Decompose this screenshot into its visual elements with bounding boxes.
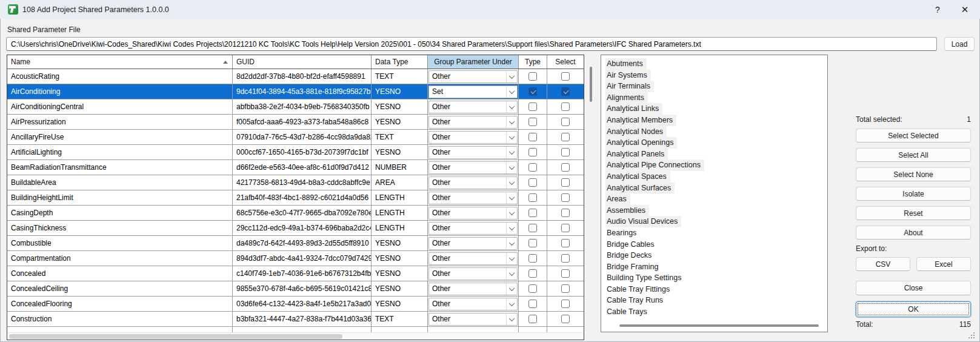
- select-selected-button[interactable]: Select Selected: [856, 129, 971, 142]
- group-dropdown[interactable]: Other: [428, 131, 518, 144]
- category-list-item[interactable]: Analytical Members: [607, 115, 827, 126]
- category-list-item[interactable]: Alignments: [607, 92, 827, 104]
- help-button[interactable]: ?: [928, 2, 947, 17]
- type-checkbox[interactable]: [528, 224, 537, 232]
- type-checkbox[interactable]: [528, 133, 537, 141]
- column-header-select[interactable]: Select: [547, 55, 584, 69]
- select-checkbox[interactable]: [561, 315, 570, 323]
- group-dropdown[interactable]: Other: [428, 101, 518, 113]
- category-list-item[interactable]: Areas: [607, 193, 827, 205]
- type-checkbox[interactable]: [528, 269, 537, 278]
- file-path-input[interactable]: [6, 37, 937, 51]
- table-row[interactable]: Concealedc140f749-1eb7-4036-91e6-b676731…: [7, 266, 584, 281]
- table-row[interactable]: CasingDepth68c5756e-e3c0-47f7-9665-dba70…: [7, 206, 584, 221]
- column-header-group-parameter-under[interactable]: Group Parameter Under: [428, 55, 519, 69]
- select-none-button[interactable]: Select None: [856, 167, 971, 181]
- group-dropdown[interactable]: Other: [428, 146, 518, 159]
- select-checkbox[interactable]: [561, 193, 570, 202]
- select-checkbox[interactable]: [561, 118, 570, 126]
- type-checkbox[interactable]: [528, 284, 537, 293]
- select-checkbox[interactable]: [561, 102, 570, 111]
- close-button[interactable]: Close: [856, 281, 971, 295]
- category-list-item[interactable]: Analytical Links: [607, 103, 827, 115]
- select-checkbox[interactable]: [561, 269, 570, 278]
- group-dropdown[interactable]: Other: [428, 237, 518, 250]
- category-list-horizontal-scrollbar-thumb[interactable]: [619, 324, 819, 327]
- type-checkbox[interactable]: [528, 102, 537, 111]
- category-list-item[interactable]: Assemblies: [607, 205, 827, 216]
- reset-button[interactable]: Reset: [856, 206, 971, 220]
- category-list-item[interactable]: Analytical Nodes: [607, 126, 827, 138]
- category-list-item[interactable]: Audio Visual Devices: [607, 216, 827, 227]
- type-checkbox[interactable]: [528, 118, 537, 126]
- group-dropdown[interactable]: Other: [428, 176, 518, 189]
- category-list-item[interactable]: Abutments: [607, 58, 827, 70]
- table-row[interactable]: BuildingHeightLimit21afb40f-483f-4bc1-88…: [7, 190, 584, 206]
- type-checkbox[interactable]: [528, 315, 537, 323]
- about-button[interactable]: About: [856, 226, 971, 240]
- table-vertical-scrollbar-thumb[interactable]: [590, 67, 592, 102]
- type-checkbox[interactable]: [528, 148, 537, 156]
- group-dropdown[interactable]: Other: [428, 298, 518, 310]
- type-checkbox[interactable]: [528, 209, 537, 217]
- select-checkbox[interactable]: [561, 133, 570, 141]
- category-list-item[interactable]: Bridge Decks: [607, 250, 827, 261]
- type-checkbox[interactable]: [528, 72, 537, 81]
- select-checkbox[interactable]: [561, 178, 570, 187]
- group-dropdown[interactable]: Other: [428, 267, 518, 280]
- category-list-item[interactable]: Analytical Surfaces: [607, 183, 827, 194]
- select-checkbox[interactable]: [561, 148, 570, 156]
- type-checkbox[interactable]: [528, 239, 537, 247]
- table-row[interactable]: Compartmentation894d3df7-abdc-4a41-9324-…: [7, 251, 584, 266]
- select-checkbox[interactable]: [561, 209, 570, 217]
- group-dropdown[interactable]: Other: [428, 283, 518, 295]
- category-list-item[interactable]: Cable Tray Runs: [607, 295, 827, 306]
- type-checkbox[interactable]: [528, 254, 537, 263]
- column-header-name[interactable]: Name: [7, 55, 233, 69]
- group-dropdown[interactable]: Other: [428, 192, 518, 204]
- table-row[interactable]: AirPressurizationf005afcd-aaa6-4923-a373…: [7, 115, 584, 130]
- group-dropdown[interactable]: Other: [428, 313, 518, 326]
- export-excel-button[interactable]: Excel: [916, 257, 971, 271]
- group-dropdown[interactable]: Other: [428, 161, 518, 174]
- table-row[interactable]: ConcealedCeiling9855e370-678f-4a6c-b695-…: [7, 281, 584, 297]
- category-list-item[interactable]: Analytical Panels: [607, 149, 827, 160]
- category-list-item[interactable]: Air Terminals: [607, 81, 827, 92]
- type-checkbox[interactable]: [528, 193, 537, 202]
- table-row[interactable]: BeamRadiationTransmittanced66f2ede-e563-…: [7, 160, 584, 175]
- select-checkbox[interactable]: [561, 72, 570, 81]
- select-checkbox[interactable]: [561, 224, 570, 232]
- category-list-item[interactable]: Bearings: [607, 227, 827, 239]
- table-row[interactable]: AncillaryFireUse07910da7-76c5-43d7-b286-…: [7, 130, 584, 145]
- category-list-item[interactable]: Analytical Spaces: [607, 171, 827, 183]
- column-header-type[interactable]: Type: [519, 55, 547, 69]
- scrollbar-thumb[interactable]: [9, 334, 342, 339]
- type-checkbox[interactable]: [528, 87, 537, 96]
- table-row[interactable]: ConcealedFlooring03d6fe64-c132-4423-8a4f…: [7, 297, 584, 312]
- select-all-button[interactable]: Select All: [856, 148, 971, 162]
- export-csv-button[interactable]: CSV: [856, 257, 910, 271]
- category-list-item[interactable]: Cable Tray Fittings: [607, 284, 827, 295]
- select-checkbox[interactable]: [561, 239, 570, 247]
- table-row[interactable]: AcousticRating8d2dd2df-37b8-4b80-bf2d-ef…: [7, 69, 584, 84]
- select-checkbox[interactable]: [561, 163, 570, 172]
- table-row[interactable]: AirConditioningCentralabfbba38-2e2f-4034…: [7, 99, 584, 115]
- category-list-item[interactable]: Bridge Framing: [607, 261, 827, 273]
- ok-button[interactable]: OK: [856, 301, 971, 317]
- category-list-item[interactable]: Building Type Settings: [607, 272, 827, 284]
- category-list-item[interactable]: Analytical Openings: [607, 137, 827, 149]
- table-row[interactable]: BuildableArea42177358-6813-49d4-b8a3-cdd…: [7, 175, 584, 190]
- group-dropdown[interactable]: Other: [428, 70, 518, 83]
- select-checkbox[interactable]: [561, 300, 570, 308]
- column-header-guid[interactable]: GUID: [233, 55, 372, 69]
- close-icon[interactable]: ✕: [956, 2, 974, 17]
- select-checkbox[interactable]: [561, 254, 570, 263]
- group-dropdown[interactable]: Set: [428, 86, 518, 98]
- category-list-item[interactable]: Bridge Cables: [607, 239, 827, 250]
- table-row[interactable]: Combustibleda489c7d-642f-4493-89d3-2d55d…: [7, 236, 584, 251]
- category-list-item[interactable]: Analytical Pipe Connections: [607, 159, 827, 171]
- load-button[interactable]: Load: [944, 37, 975, 51]
- group-dropdown[interactable]: Other: [428, 222, 518, 235]
- table-row[interactable]: ArtificialLighting000ccf67-1650-4165-b73…: [7, 145, 584, 160]
- type-checkbox[interactable]: [528, 178, 537, 187]
